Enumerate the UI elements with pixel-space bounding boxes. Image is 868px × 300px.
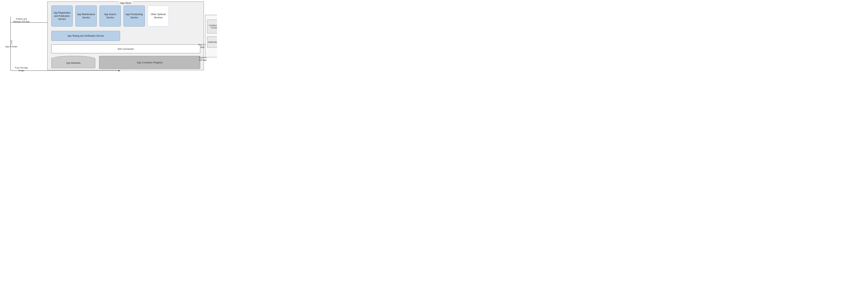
service-other-optional: Other Optional Services: [148, 5, 169, 27]
service-app-registration: App Registration and Publication Service: [51, 5, 73, 27]
actor-app-provider: App Provider: [5, 40, 18, 48]
svg-point-16: [11, 40, 12, 41]
diagram-container: App Provider Publish and Maintain IDS Ap…: [0, 0, 217, 75]
testing-box: App Testing and Verification Service: [51, 31, 120, 41]
svg-line-18: [10, 42, 11, 43]
actor-label: App Provider: [5, 46, 18, 48]
ids-connector-outer-box: IDS Connector Certified Core Container C…: [205, 15, 217, 57]
app-store-label: App Store: [119, 2, 133, 4]
cylinder-shape: App Metadata: [51, 56, 95, 69]
ids-connector-inner: IDS Connector: [51, 44, 200, 53]
app-store-box: App Store App Registration and Publicati…: [47, 2, 204, 70]
person-icon: [9, 40, 14, 46]
publish-maintain-label: Publish and Maintain IDS App: [12, 18, 31, 23]
svg-line-20: [10, 44, 11, 45]
app-container-registry-box: App Container Registry: [99, 56, 200, 69]
svg-line-21: [11, 44, 12, 45]
service-app-provisioning: App Provisioning Service: [123, 5, 145, 27]
push-ids-label: Push IDS App Image: [12, 66, 31, 72]
services-row: App Registration and Publication Service…: [51, 5, 169, 27]
certified-core-container-box: Certified Core Container: [207, 20, 217, 33]
app-container-mgmt-box: Application Container Management: [207, 36, 217, 48]
app-metadata-label: App Metadata: [66, 62, 81, 64]
service-app-search: App Search Service: [99, 5, 121, 27]
app-metadata-cylinder: App Metadata: [51, 56, 95, 69]
svg-line-19: [11, 42, 12, 43]
service-app-maintenance: App Maintenance Service: [75, 5, 97, 27]
